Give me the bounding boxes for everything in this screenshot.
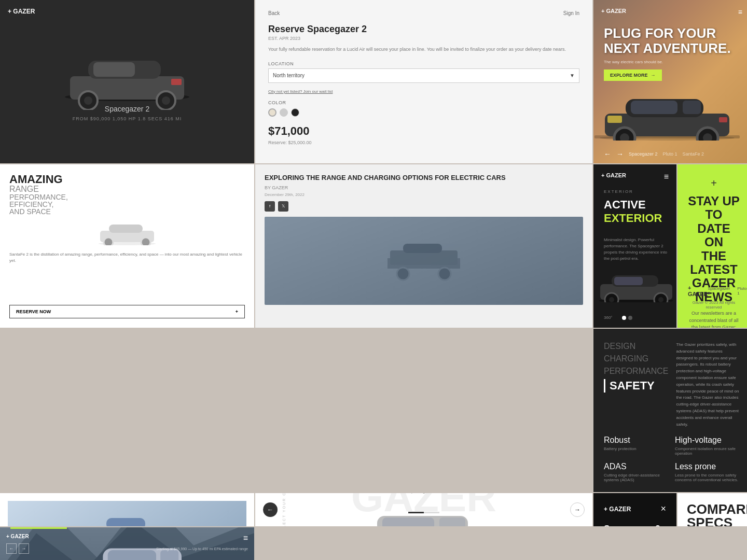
hero-car [594,83,740,143]
select-label: SELECT YOUR CAR [282,493,286,526]
waitlist-link[interactable]: City not yet listed? Join our wait list [268,89,579,94]
twitter-icon[interactable]: 𝕏 [278,201,288,212]
santafe-content: SANTAFE 2 The way electric cars should b… [10,527,244,529]
event-image [8,501,246,526]
car-showcase-panel: + GAZER Spacegazer 2 FROM $90,000 1,050 … [0,0,254,163]
facebook-icon[interactable]: f [265,201,275,212]
menu-icon[interactable]: ≡ [738,8,742,16]
back-arrow[interactable]: ← [263,502,278,517]
menu-charging[interactable]: CHARGING [604,354,668,363]
copyright: Gazer © 2023 All rights reserved [688,300,740,310]
range-car-img [96,219,158,247]
mobile-menu-items: Spacegazer 2 Pluto 1 SantaFe 2 News Even… [604,524,666,526]
est-date: EST. APR 2023 [268,36,579,41]
nav-item-3[interactable]: SantaFe 2 [683,151,704,157]
mobile-logo: + GAZER [604,506,631,513]
svg-rect-23 [109,225,143,233]
price-display: $71,000 [268,124,579,138]
svg-point-5 [84,96,92,105]
svg-point-7 [162,96,170,105]
link-spacegazer[interactable]: Spacegazer 2 [708,286,730,296]
location-value: North territory [273,73,305,78]
nav-item-1[interactable]: Spacegazer 2 [629,151,658,157]
color-option-silver[interactable] [280,108,288,117]
dot-inactive[interactable] [628,316,632,320]
hero-panel: + GAZER ≡ PLUG FOR YOUR NEXT ADVENTURE. … [593,0,747,163]
svg-rect-14 [683,101,701,114]
gazer-logo-hero: + GAZER [601,8,626,14]
plus-icon: + [236,309,238,314]
range-headline: AMAZING RANGE PERFORMANCE, EFFICIENCY, A… [9,174,245,215]
menu-design[interactable]: DESIGN [604,342,668,351]
feature-title: Robust [604,436,669,445]
color-option-black[interactable] [291,108,299,117]
plus-decoration: + [711,177,717,189]
svg-point-25 [141,237,150,245]
mobile-menu-panel: + GAZER × Spacegazer 2 Pluto 1 SantaFe 2… [593,493,676,526]
compare-specs-panel: COMPARE SPECS Santa Fe 2 Price FROM $82,… [677,493,747,526]
hero-sub: The way electric cars should be. [604,60,731,64]
mobile-header: + GAZER × [604,503,666,514]
amazing-range-panel: AMAZING RANGE PERFORMANCE, EFFICIENCY, A… [0,164,254,328]
ext-desc: Minimalist design. Powerful performance.… [604,237,671,262]
santafe-arrows: ← → [6,543,29,554]
arrow-right-icon: → [651,73,656,78]
left-column: DESIGN CHARGING PERFORMANCE SAFETY [604,342,668,428]
menu-safety-active[interactable]: SAFETY [604,379,668,393]
next-arrow[interactable]: → [570,502,585,517]
newsletter-panel: + STAY UP TO DATE ON THE LATEST GAZER NE… [677,164,747,328]
svg-point-27 [397,268,409,280]
explore-btn[interactable]: EXPLORE MORE → [604,69,662,81]
svg-rect-46 [382,517,434,526]
progress-bar [408,512,439,513]
hero-text: PLUG FOR YOUR NEXT ADVENTURE. The way el… [604,26,731,81]
hamburger-icon[interactable]: ≡ [664,172,669,181]
right-column: The Gazer prioritizes safety, with advan… [676,342,740,428]
svg-rect-13 [631,101,677,114]
feature-desc: Battery protection [604,446,669,451]
studio-popup-panel: Gazer Studio Pop Up - Houston Join us in… [0,493,254,526]
santafe-bottom-nav: ← → Starting at $45,990 — Up to 450 mi E… [6,543,248,554]
location-label: LOCATION [268,61,579,66]
menu-performance[interactable]: PERFORMANCE [604,367,668,376]
feature-title: ADAS [604,462,669,471]
color-option-white[interactable] [268,108,276,117]
nav-item-2[interactable]: Pluto 1 [663,151,677,157]
location-select[interactable]: North territory ▼ [268,68,579,83]
santafe-hero-panel: + GAZER ≡ SANTAFE 2 The way electric car… [0,527,254,561]
svg-rect-3 [93,62,135,77]
feature-less-prone: Less prone Less prone to the common safe… [675,462,740,482]
next-arrow[interactable]: → [19,543,29,554]
car-name-label: Spacegazer 2 [408,493,440,494]
article-title: EXPLORING THE RANGE AND CHARGING OPTIONS… [265,174,583,182]
svg-rect-19 [607,116,622,123]
color-label: COLOR [268,100,579,105]
sign-in-link[interactable]: Sign In [563,10,579,16]
article-panel: EXPLORING THE RANGE AND CHARGING OPTIONS… [255,164,592,328]
view-360-label: 360° [604,315,613,320]
menu-item-spacegazer[interactable]: Spacegazer 2 [604,524,666,526]
santafe-reserve-btn[interactable]: RESERVE NOW + [10,527,67,529]
svg-point-38 [658,297,663,302]
range-desc: SantaFe 2 is the distillation of amazing… [9,251,245,300]
dot-active[interactable] [622,316,626,320]
reserve-desc: Your fully refundable reservation for a … [268,46,579,53]
color-selector [268,108,579,117]
feature-menu: DESIGN CHARGING PERFORMANCE SAFETY [604,342,668,393]
byline: BY GAZER [265,185,583,190]
link-pluto[interactable]: Pluto 1 [737,286,746,296]
back-link[interactable]: Back [268,10,280,16]
feature-desc: Component isolation ensure safe operatio… [675,446,740,456]
prev-arrow[interactable]: ← [604,150,611,158]
santafe-menu-icon[interactable]: ≡ [243,534,248,543]
reserve-form-panel: Back Sign In Reserve Spacegazer 2 EST. A… [255,0,592,163]
reserve-now-btn[interactable]: RESERVE NOW + [9,305,245,318]
reserve-btn-container: RESERVE NOW + [604,490,740,492]
compare-title: COMPARE SPECS [687,502,741,526]
santafe-logo: + GAZER [6,534,29,539]
social-links: f 𝕏 [265,201,583,212]
prev-arrow[interactable]: ← [6,543,17,554]
next-arrow[interactable]: → [616,150,624,158]
close-icon[interactable]: × [660,503,666,514]
feature-adas: ADAS Cutting edge driver-assistance syst… [604,462,669,482]
